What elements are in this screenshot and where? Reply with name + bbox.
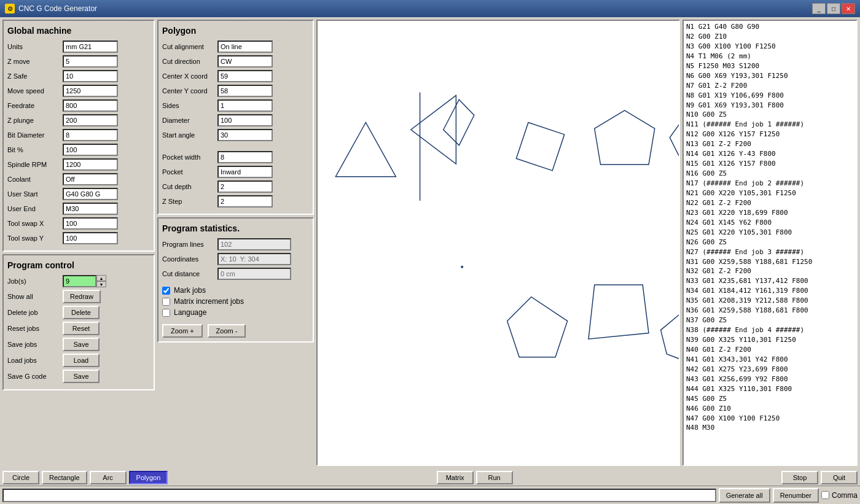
gcode-line: N3 G00 X100 Y100 F1250	[686, 42, 854, 52]
arc-button[interactable]: Arc	[90, 471, 127, 484]
delete-button[interactable]: Delete	[63, 306, 100, 319]
run-button[interactable]: Run	[476, 471, 513, 484]
zsafe-row: Z Safe	[7, 70, 150, 82]
startangle-row: Start angle	[162, 129, 309, 141]
sides-label: Sides	[162, 102, 217, 109]
coordinates-row: Coordinates	[162, 253, 309, 265]
toolswapx-input[interactable]	[63, 217, 118, 230]
resetjobs-label: Reset jobs	[7, 325, 63, 332]
renumber-button[interactable]: Renumber	[773, 488, 819, 503]
gcode-line: N17 (###### End job 2 ######)	[686, 179, 854, 188]
cutalign-input[interactable]	[217, 41, 273, 53]
startangle-input[interactable]	[217, 129, 273, 141]
pocket-input[interactable]	[217, 166, 273, 178]
matrixincrement-row: Matrix increment jobs	[162, 297, 309, 306]
matrix-button[interactable]: Matrix	[437, 471, 474, 484]
polygon-panel: Polygon Cut alignment Cut direction Cent…	[157, 20, 314, 215]
jobs-input[interactable]: 9	[63, 275, 96, 287]
cutdepth-input[interactable]	[217, 180, 273, 193]
spindle-input[interactable]	[63, 158, 118, 171]
language-row: Language	[162, 308, 309, 317]
matrixincrement-label: Matrix increment jobs	[174, 297, 244, 306]
userend-row: User End	[7, 203, 150, 215]
markjobs-label: Mark jobs	[174, 286, 206, 295]
bitpct-input[interactable]	[63, 144, 118, 156]
movespeed-label: Move speed	[7, 87, 63, 95]
cutalign-row: Cut alignment	[162, 41, 309, 53]
bitdiameter-input[interactable]	[63, 129, 118, 141]
feedrate-label: Feedrate	[7, 102, 63, 109]
gcode-line: N5 F1250 M03 S1200	[686, 61, 854, 71]
markjobs-checkbox[interactable]	[162, 287, 170, 295]
userend-input[interactable]	[63, 203, 118, 215]
gcode-line: N42 G01 X275 Y23,699 F800	[686, 365, 854, 374]
zstep-row: Z Step	[162, 195, 309, 207]
window-title: CNC G Code Generator	[18, 4, 97, 13]
gcode-line: N8 G01 X19 Y106,699 F800	[686, 91, 854, 101]
stop-button[interactable]: Stop	[781, 471, 818, 484]
comma-checkbox[interactable]	[821, 491, 829, 499]
load-button[interactable]: Load	[63, 354, 100, 367]
comma-container: Comma	[821, 491, 858, 500]
units-label: Units	[7, 43, 63, 50]
zmove-row: Z move	[7, 55, 150, 68]
svg-marker-2	[411, 95, 456, 164]
cutdepth-row: Cut depth	[162, 180, 309, 193]
movespeed-input[interactable]	[63, 85, 118, 97]
language-checkbox[interactable]	[162, 309, 170, 317]
svg-marker-10	[661, 303, 679, 363]
bitpct-row: Bit %	[7, 144, 150, 156]
zoom-plus-button[interactable]: Zoom +	[162, 324, 203, 338]
gcode-line: N11 (###### End job 1 ######)	[686, 120, 854, 130]
coolant-input[interactable]	[63, 173, 118, 185]
gcode-line: N39 G00 X325 Y110,301 F1250	[686, 335, 854, 345]
zmove-input[interactable]	[63, 55, 118, 68]
circle-button[interactable]: Circle	[2, 471, 39, 484]
sides-input[interactable]	[217, 99, 273, 112]
programlines-row: Program lines	[162, 238, 309, 250]
redraw-button[interactable]: Redraw	[63, 290, 101, 303]
gcode-line: N21 G00 X220 Y105,301 F1250	[686, 188, 854, 198]
rectangle-button[interactable]: Rectangle	[42, 471, 87, 484]
centery-input[interactable]	[217, 85, 273, 97]
gcode-line: N9 G01 X69 Y193,301 F800	[686, 101, 854, 110]
gcode-output[interactable]: N1 G21 G40 G80 G90N2 G00 Z10N3 G00 X100 …	[682, 20, 858, 466]
generate-all-button[interactable]: Generate all	[719, 488, 770, 503]
jobs-down-button[interactable]: ▼	[96, 281, 106, 287]
diameter-row: Diameter	[162, 114, 309, 126]
diameter-input[interactable]	[217, 114, 273, 126]
canvas-area[interactable]	[316, 20, 680, 466]
zoom-minus-button[interactable]: Zoom -	[208, 324, 246, 338]
comma-label: Comma	[832, 491, 858, 500]
pocketwidth-input[interactable]	[217, 151, 273, 163]
spindle-row: Spindle RPM	[7, 158, 150, 171]
save-gcode-button[interactable]: Save	[63, 370, 100, 383]
jobs-up-button[interactable]: ▲	[96, 275, 106, 281]
matrixincrement-checkbox[interactable]	[162, 298, 170, 306]
cutdir-input[interactable]	[217, 55, 273, 68]
global-machine-title: Global machine	[7, 26, 150, 36]
startangle-label: Start angle	[162, 131, 217, 139]
centerx-input[interactable]	[217, 70, 273, 82]
toolswapy-input[interactable]	[63, 232, 118, 244]
polygon-button[interactable]: Polygon	[129, 471, 168, 484]
gcode-line: N43 G01 X256,699 Y92 F800	[686, 374, 854, 384]
reset-button[interactable]: Reset	[63, 322, 100, 335]
cutdistance-input	[217, 268, 291, 280]
zstep-input[interactable]	[217, 195, 273, 207]
gcode-line: N25 G01 X220 Y105,301 F800	[686, 228, 854, 238]
userstart-input[interactable]	[63, 188, 118, 200]
feedrate-input[interactable]	[63, 99, 118, 112]
zplunge-input[interactable]	[63, 114, 118, 126]
zsafe-input[interactable]	[63, 70, 118, 82]
gcode-line: N1 G21 G40 G80 G90	[686, 22, 854, 32]
save-jobs-button[interactable]: Save	[63, 338, 100, 351]
svg-point-7	[461, 266, 463, 268]
quit-button[interactable]: Quit	[821, 471, 858, 484]
status-input[interactable]	[2, 489, 716, 502]
close-button[interactable]: ✕	[842, 3, 855, 14]
pocket-row: Pocket	[162, 166, 309, 178]
minimize-button[interactable]: _	[812, 3, 826, 14]
maximize-button[interactable]: □	[827, 3, 840, 14]
units-input[interactable]	[63, 41, 118, 53]
